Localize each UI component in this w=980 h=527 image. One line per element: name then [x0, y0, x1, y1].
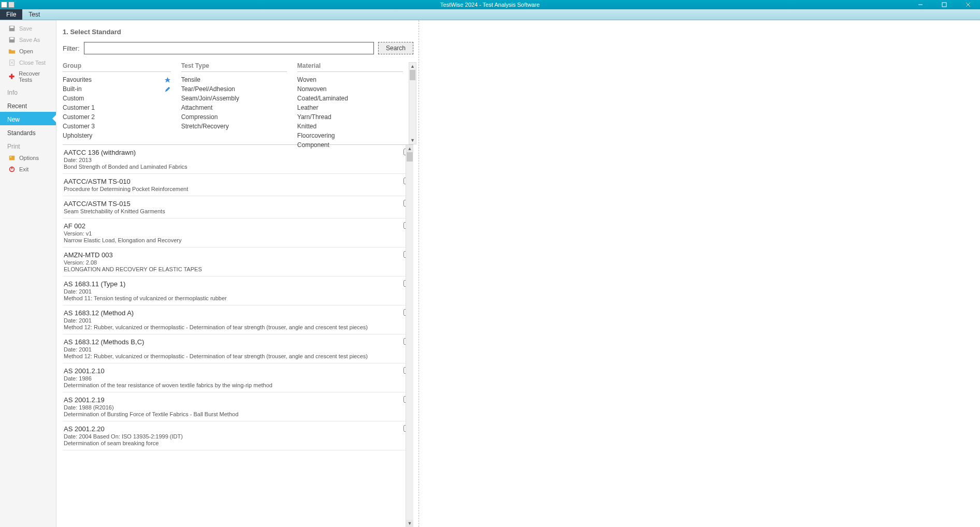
material-item[interactable]: Woven: [297, 75, 403, 84]
standard-item[interactable]: AS 2001.2.10Date: 1986Determination of t…: [63, 363, 413, 392]
close-test-icon: [8, 59, 16, 66]
list-scroll-thumb[interactable]: [407, 152, 413, 162]
svg-rect-1: [942, 3, 946, 7]
standard-item[interactable]: AF 002Version: v1Narrow Elastic Load, El…: [63, 218, 413, 247]
material-item[interactable]: Leather: [297, 103, 403, 112]
group-item[interactable]: Customer 3: [63, 122, 171, 131]
material-item[interactable]: Coated/Laminated: [297, 94, 403, 103]
group-item[interactable]: Built-in: [63, 84, 171, 94]
group-item[interactable]: Custom: [63, 94, 171, 103]
group-item-label: Favourites: [63, 76, 92, 83]
material-item[interactable]: Yarn/Thread: [297, 112, 403, 122]
standard-meta: Date: 1986: [64, 375, 398, 382]
content: 1. Select Standard Filter: Search Group …: [56, 20, 980, 527]
test-type-item[interactable]: Stretch/Recovery: [181, 122, 287, 131]
close-button[interactable]: [956, 0, 980, 9]
sidebar-save-label: Save: [19, 25, 32, 32]
standard-code: AATCC 136 (withdrawn): [64, 149, 398, 156]
col-test-type-head: Test Type: [181, 62, 287, 72]
list-scrollbar[interactable]: ▲ ▼: [406, 145, 413, 527]
standard-meta: Date: 1988 (R2016): [64, 404, 398, 411]
standard-meta: Date: 2001: [64, 346, 398, 353]
list-scroll-up-icon[interactable]: ▲: [406, 145, 413, 152]
group-item[interactable]: Upholstery: [63, 131, 171, 140]
pencil-icon: [164, 86, 171, 93]
sidebar-close-test-label: Close Test: [19, 60, 46, 66]
plus-icon: [8, 73, 15, 80]
filter-columns: Group FavouritesBuilt-inCustomCustomer 1…: [63, 62, 413, 145]
svg-rect-5: [10, 26, 14, 28]
test-type-item[interactable]: Tear/Peel/Adhesion: [181, 84, 287, 94]
col-group: Group FavouritesBuilt-inCustomCustomer 1…: [63, 62, 181, 142]
standard-desc: Narrow Elastic Load, Elongation and Reco…: [64, 237, 398, 243]
standard-desc: Seam Stretchability of Knitted Garments: [64, 208, 398, 214]
list-scroll-down-icon[interactable]: ▼: [406, 520, 413, 527]
standards-list: AATCC 136 (withdrawn)Date: 2013Bond Stre…: [63, 145, 413, 527]
group-item[interactable]: Customer 1: [63, 103, 171, 112]
group-item-label: Upholstery: [63, 132, 92, 139]
options-icon: [8, 154, 16, 162]
svg-rect-7: [10, 38, 14, 40]
maximize-button[interactable]: [932, 0, 956, 9]
list-scroll-track[interactable]: [406, 162, 413, 520]
standard-item[interactable]: AS 1683.12 (Methods B,C)Date: 2001Method…: [63, 334, 413, 363]
material-item[interactable]: Knitted: [297, 122, 403, 131]
test-type-item[interactable]: Tensile: [181, 75, 287, 84]
scroll-down-icon[interactable]: ▼: [409, 137, 416, 144]
filter-input[interactable]: [84, 42, 374, 54]
app-body: Save Save As Open Close Test Recover Tes…: [0, 20, 980, 527]
search-button[interactable]: Search: [378, 42, 413, 54]
test-type-item[interactable]: Attachment: [181, 103, 287, 112]
menu-file[interactable]: File: [0, 9, 22, 20]
sidebar-open[interactable]: Open: [0, 46, 56, 57]
group-item[interactable]: Favourites: [63, 75, 171, 84]
sidebar-exit[interactable]: Exit: [0, 164, 56, 175]
standard-item[interactable]: AS 2001.2.19Date: 1988 (R2016)Determinat…: [63, 392, 413, 421]
standard-item[interactable]: AS 1683.12 (Method A)Date: 2001Method 12…: [63, 305, 413, 334]
standard-desc: Determination of seam breaking force: [64, 440, 398, 446]
col-test-type: Test Type TensileTear/Peel/AdhesionSeam/…: [181, 62, 297, 142]
sidebar-recover[interactable]: Recover Tests: [0, 68, 56, 85]
folder-icon: [8, 48, 16, 55]
sidebar-options-label: Options: [19, 155, 39, 161]
sidebar-close-test[interactable]: Close Test: [0, 57, 56, 68]
standard-code: AF 002: [64, 222, 398, 230]
standard-item[interactable]: AATCC 136 (withdrawn)Date: 2013Bond Stre…: [63, 145, 413, 174]
scroll-thumb[interactable]: [410, 70, 415, 80]
sidebar-save[interactable]: Save: [0, 23, 56, 34]
filter-scrollbar[interactable]: ▲ ▼: [409, 62, 416, 144]
sidebar-exit-label: Exit: [19, 166, 28, 172]
standard-meta: Date: 2001: [64, 288, 398, 295]
star-icon: [164, 77, 171, 83]
group-item-label: Customer 2: [63, 113, 95, 121]
filter-label: Filter:: [63, 45, 80, 52]
sidebar-new[interactable]: New: [0, 112, 56, 125]
material-item[interactable]: Floorcovering: [297, 131, 403, 140]
sidebar-standards[interactable]: Standards: [0, 125, 56, 139]
standard-code: AS 1683.11 (Type 1): [64, 280, 398, 288]
standard-item[interactable]: AMZN-MTD 003Version: 2.08ELONGATION AND …: [63, 247, 413, 276]
standard-item[interactable]: AS 1683.11 (Type 1)Date: 2001Method 11: …: [63, 276, 413, 305]
standard-desc: Method 12: Rubber, vulcanized or thermop…: [64, 353, 398, 359]
scroll-track[interactable]: [409, 80, 416, 137]
test-type-item[interactable]: Compression: [181, 112, 287, 122]
standard-item[interactable]: AS 2001.2.20Date: 2004 Based On: ISO 139…: [63, 421, 413, 450]
material-item[interactable]: Nonwoven: [297, 84, 403, 94]
sidebar-save-as[interactable]: Save As: [0, 34, 56, 46]
standard-item[interactable]: AATCC/ASTM TS-015Seam Stretchability of …: [63, 196, 413, 218]
sidebar-info[interactable]: Info: [0, 85, 56, 98]
sidebar-print[interactable]: Print: [0, 139, 56, 152]
minimize-button[interactable]: [909, 0, 932, 9]
group-item[interactable]: Customer 2: [63, 112, 171, 122]
group-item-label: Customer 1: [63, 104, 95, 111]
standard-code: AMZN-MTD 003: [64, 251, 398, 259]
sidebar-recent[interactable]: Recent: [0, 98, 56, 112]
test-type-item[interactable]: Seam/Join/Assembly: [181, 94, 287, 103]
standard-code: AS 1683.12 (Method A): [64, 309, 398, 317]
col-material-head: Material: [297, 62, 403, 72]
scroll-up-icon[interactable]: ▲: [409, 63, 416, 70]
sidebar-options[interactable]: Options: [0, 152, 56, 164]
menu-test[interactable]: Test: [22, 9, 46, 20]
window-title: TestWise 2024 - Test Analysis Software: [440, 2, 540, 8]
standard-item[interactable]: AATCC/ASTM TS-010Procedure for Determini…: [63, 174, 413, 196]
